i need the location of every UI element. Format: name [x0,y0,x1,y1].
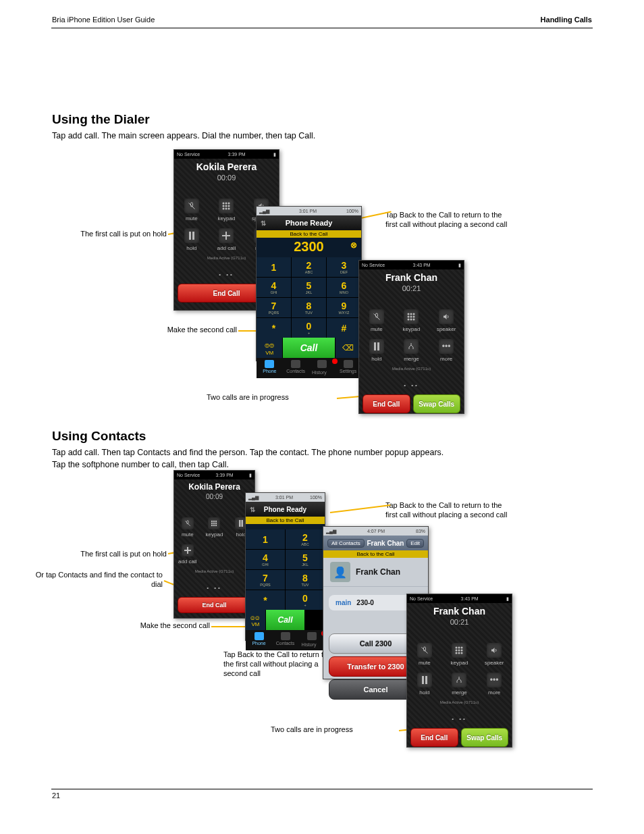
keypad-button[interactable]: keypad [201,514,228,541]
svg-point-17 [410,316,412,318]
key-7[interactable]: 7PQRS [246,570,285,590]
back-contacts-button[interactable]: All Contacts [327,539,365,548]
keypad: 1 2ABC 3DEF 4GHI 5JKL 6MNO 7PQRS 8TUV 9W… [257,257,361,338]
more-button[interactable]: •••more [429,336,464,365]
hold-button[interactable]: hold [359,336,394,365]
back-to-call-bar[interactable]: Back to the Call [323,550,428,558]
key-0[interactable]: 0+ [286,590,325,610]
svg-rect-23 [377,342,379,350]
speaker-button[interactable]: speaker [477,640,512,669]
status-bar: No Service 3:43 PM ▮ [407,594,512,603]
section-heading-contacts: Using Contacts [52,429,146,444]
svg-rect-34 [242,520,244,527]
key-6[interactable]: 6MNO [327,278,361,297]
hold-button[interactable]: hold [174,225,209,255]
end-call-button[interactable]: End Call [410,728,458,747]
body-contacts-1: Tap add call. Then tap Contacts and find… [52,447,511,458]
key-0[interactable]: 0+ [292,318,326,338]
tab-history[interactable]: History [298,630,325,650]
svg-point-38 [458,647,460,649]
status-bar: ▂▄▆ 3:01 PM 100% [246,493,325,502]
key-2[interactable]: 2ABC [292,257,326,277]
more-button[interactable]: •••more [477,669,512,699]
status-bar: No Service 3:39 PM ▮ [174,150,279,159]
phone-dialer-1: ▂▄▆ 3:01 PM 100% ⇅ Phone Ready Back to t… [256,206,362,361]
signal-icon: ▂▄▆ [259,209,269,214]
mute-button[interactable]: mute [174,514,201,541]
clear-icon[interactable]: ⊗ [350,240,357,250]
key-3[interactable]: 3DEF [327,257,361,277]
key-4[interactable]: 4GHI [257,278,291,297]
back-to-call-bar[interactable]: Back to the Call [246,517,325,524]
svg-point-26 [215,521,217,522]
dialer-header: ⇅ Phone Ready [257,215,361,230]
callout-two-calls-2: Two calls are in progress [271,725,399,734]
key-1[interactable]: 1 [246,529,285,549]
phone-ready-label: Phone Ready [264,506,306,513]
tab-settings[interactable]: Settings [335,358,361,378]
call-button[interactable]: Call [266,610,305,630]
tab-contacts[interactable]: Contacts [283,358,309,378]
page-dots: • •• [407,706,512,725]
key-2[interactable]: 2ABC [286,529,325,549]
mute-button[interactable]: mute [174,195,209,225]
add-call-button[interactable]: add call [174,541,201,568]
back-to-call-bar[interactable]: Back to the Call [257,230,361,238]
carrier-text: No Service [362,263,385,267]
key-7[interactable]: 7PQRS [257,298,291,317]
reorder-icon[interactable]: ⇅ [261,219,266,227]
tab-contacts[interactable]: Contacts [272,630,298,650]
voicemail-button[interactable]: ⌾⌾VM [246,610,265,630]
key-4[interactable]: 4GHI [246,550,285,569]
svg-point-8 [228,208,230,210]
svg-point-43 [456,652,458,654]
mute-button[interactable]: mute [407,640,442,669]
svg-point-15 [413,313,415,315]
backspace-button[interactable]: ⌫ [336,338,361,358]
swap-calls-button[interactable]: Swap Calls [461,728,509,747]
keypad-button[interactable]: keypad [442,640,477,669]
tab-phone[interactable]: Phone [246,630,272,650]
clock-text: 4:07 PM [367,529,385,533]
key-9[interactable]: 9WXYZ [327,298,361,317]
section-heading-dialer: Using the Dialer [52,112,150,127]
carrier-text: No Service [177,152,200,157]
header-right: Handling Calls [541,16,592,24]
svg-point-29 [215,523,217,524]
swap-calls-button[interactable]: Swap Calls [413,394,461,413]
key-5[interactable]: 5JKL [286,550,325,569]
tab-phone[interactable]: Phone [257,358,283,378]
key-8[interactable]: 8TUV [292,298,326,317]
signal-icon: ▂▄▆ [248,495,259,500]
key-star[interactable]: * [257,318,291,338]
footer-rule [51,789,593,789]
keypad-button[interactable]: keypad [394,306,429,336]
key-5[interactable]: 5JKL [292,278,326,297]
call-timer: 00:09 [174,492,254,514]
reorder-icon[interactable]: ⇅ [250,506,255,513]
avatar-icon: 👤 [330,562,350,582]
key-hash[interactable]: # [327,318,361,338]
key-star[interactable]: * [246,590,285,610]
edit-button[interactable]: Edit [406,539,424,548]
header-rule [51,28,593,28]
end-call-button[interactable]: End Call [363,394,410,413]
callout-make-second-2: Make the second call [82,621,210,630]
mute-button[interactable]: mute [359,306,394,336]
add-call-button[interactable]: add call [209,225,244,255]
speaker-button[interactable]: speaker [429,306,464,336]
hold-button[interactable]: hold [407,669,442,699]
end-call-button[interactable]: End Call [178,597,251,613]
battery-icon: ▮ [506,596,509,602]
key-1[interactable]: 1 [257,257,291,277]
merge-button[interactable]: merge [442,669,477,699]
merge-button[interactable]: merge [394,336,429,365]
call-button[interactable]: Call [283,338,335,358]
keypad-button[interactable]: keypad [209,195,244,225]
contact-header: All Contacts Frank Chan Edit [323,536,428,550]
key-8[interactable]: 8TUV [286,570,325,590]
svg-point-19 [408,319,410,321]
phone-incall-frank-2: No Service 3:43 PM ▮ Frank Chan 00:21 mu… [406,594,512,748]
tab-history[interactable]: History [309,358,336,378]
voicemail-button[interactable]: ⌾⌾VM [257,338,282,358]
